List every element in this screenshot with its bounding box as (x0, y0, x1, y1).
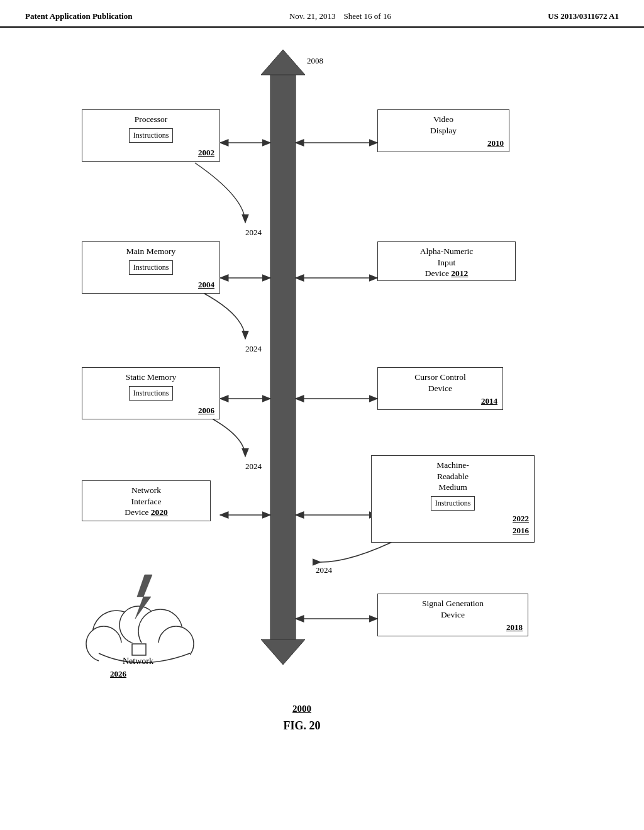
svg-rect-22 (132, 644, 146, 655)
fig-caption: FIG. 20 (220, 719, 384, 733)
main-memory-instructions: Instructions (129, 260, 174, 275)
signal-gen-title: Signal GenerationDevice (378, 594, 528, 621)
static-memory-num: 2006 (82, 404, 219, 419)
label-2024-2: 2024 (245, 344, 262, 354)
page-header: Patent Application Publication Nov. 21, … (0, 0, 644, 28)
header-right: US 2013/0311672 A1 (548, 11, 619, 21)
svg-point-17 (119, 606, 157, 644)
svg-marker-6 (261, 639, 305, 665)
svg-point-16 (92, 611, 140, 658)
machine-readable-title: Machine-ReadableMedium (372, 456, 534, 494)
svg-point-19 (158, 626, 194, 661)
main-memory-title: Main Memory (82, 242, 219, 258)
machine-readable-instructions: Instructions (431, 496, 475, 511)
video-display-title: VideoDisplay (378, 110, 509, 137)
svg-point-18 (138, 609, 182, 653)
processor-title: Processor (82, 110, 219, 126)
alphanum-title: Alpha-NumericInputDevice 2012 (378, 242, 515, 280)
network-num-2026: 2026 (110, 669, 126, 679)
svg-point-20 (86, 626, 121, 661)
svg-marker-23 (135, 575, 152, 619)
diagram-area: 2008 Processor Instructions 2002 2024 Ma… (0, 28, 644, 788)
svg-marker-4 (270, 70, 296, 644)
header-left: Patent Application Publication (25, 11, 132, 21)
label-2024-3: 2024 (245, 462, 262, 472)
signal-gen-num: 2018 (378, 621, 528, 636)
svg-marker-5 (261, 50, 305, 75)
static-memory-box: Static Memory Instructions 2006 (82, 367, 220, 419)
static-memory-instructions: Instructions (129, 386, 174, 401)
signal-gen-box: Signal GenerationDevice 2018 (377, 594, 528, 636)
main-memory-box: Main Memory Instructions 2004 (82, 241, 220, 294)
bus-label-2008: 2008 (307, 56, 323, 66)
processor-num: 2002 (82, 147, 219, 161)
network-text: Network (123, 656, 153, 667)
network-interface-box: NetworkInterfaceDevice 2020 (82, 480, 211, 521)
cursor-box: Cursor ControlDevice 2014 (377, 367, 503, 410)
video-display-box: VideoDisplay 2010 (377, 109, 509, 152)
alphanum-box: Alpha-NumericInputDevice 2012 (377, 241, 516, 281)
header-center: Nov. 21, 2013 Sheet 16 of 16 (289, 11, 391, 21)
fig-num-label: 2000 (239, 704, 365, 714)
cursor-num: 2014 (378, 395, 502, 409)
network-interface-title: NetworkInterfaceDevice 2020 (82, 481, 210, 521)
label-2024-4: 2024 (316, 565, 332, 575)
static-memory-title: Static Memory (82, 368, 219, 384)
main-memory-num: 2004 (82, 279, 219, 293)
label-2024-1: 2024 (245, 228, 262, 238)
processor-box: Processor Instructions 2002 (82, 109, 220, 162)
machine-readable-box: Machine-ReadableMedium Instructions 2022… (371, 455, 535, 543)
cursor-title: Cursor ControlDevice (378, 368, 502, 395)
processor-instructions: Instructions (129, 128, 174, 143)
video-display-num: 2010 (378, 137, 509, 152)
